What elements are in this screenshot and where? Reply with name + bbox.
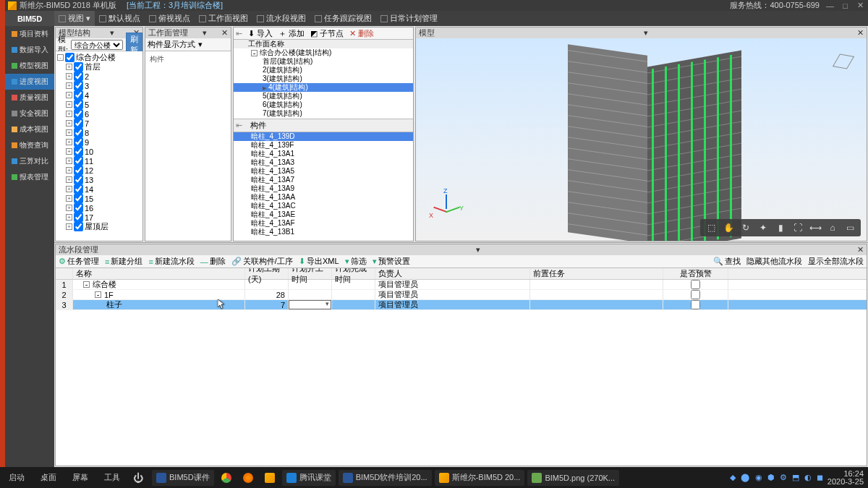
warn-checkbox[interactable] [691, 280, 700, 289]
collapse-icon[interactable]: ⇤ [236, 29, 242, 38]
tree-node[interactable]: +13 [57, 175, 141, 184]
tree-node[interactable]: +10 [57, 147, 141, 156]
viewport-tool-7[interactable]: ⌂ [825, 219, 841, 236]
power-icon[interactable]: ⏻ [133, 472, 143, 484]
pin-icon[interactable]: ▾ [203, 28, 207, 38]
taskbar-clock[interactable]: 16:24 2020-3-25 [827, 470, 864, 486]
col-start[interactable]: 计划开工时间 [289, 268, 332, 279]
tree-node[interactable]: +屋顶层 [57, 222, 141, 231]
tree-node[interactable]: +15 [57, 194, 141, 203]
workface-item[interactable]: 6(建筑|结构) [234, 100, 413, 109]
taskbar-app[interactable]: 腾讯课堂 [282, 470, 336, 486]
workface-item[interactable]: 5(建筑|结构) [234, 92, 413, 100]
menu-0[interactable]: 视图 ▾ [54, 11, 95, 26]
delete-button[interactable]: ✕ 删除 [349, 28, 374, 39]
warn-checkbox[interactable] [691, 290, 700, 299]
tree-node[interactable]: +6 [57, 109, 141, 119]
tray-icons[interactable]: ◆ ⬤ ◉ ⬢ ⚙ ⬒ ◐ ◼ [730, 473, 824, 482]
taskbar-app[interactable]: BIM5D.png (270K... [527, 470, 619, 486]
taskbar-app[interactable] [260, 470, 279, 486]
viewport-tool-1[interactable]: ✋ [720, 219, 736, 236]
col-owner[interactable]: 负责人 [375, 268, 530, 279]
tree-node[interactable]: +11 [57, 156, 141, 166]
component-item[interactable]: 暗柱_4_13B1 [234, 228, 413, 236]
view-cube[interactable] [832, 50, 856, 74]
col-duration[interactable]: 计划工期(天) [245, 268, 289, 279]
viewport-tool-0[interactable]: ⬚ [703, 219, 719, 236]
nav-项目资料[interactable]: 项目资料 [5, 26, 54, 42]
taskbar-app[interactable] [217, 470, 236, 486]
taskbar-menu[interactable]: 桌面 [36, 470, 61, 486]
tree-node[interactable]: +8 [57, 128, 141, 137]
panel-close-icon[interactable]: ✕ [221, 28, 228, 38]
tree-node[interactable]: +14 [57, 184, 141, 194]
taskbar-menu[interactable]: 屏幕 [68, 470, 93, 486]
nav-模型视图[interactable]: 模型视图 [5, 58, 54, 74]
taskbar-app[interactable]: 斯维尔-BIM5D 20... [435, 470, 525, 486]
tree-node[interactable]: +3 [57, 81, 141, 90]
import-button[interactable]: ⬇ 导入 [248, 28, 273, 39]
tree-node[interactable]: +12 [57, 166, 141, 175]
add-button[interactable]: ＋ 添加 [278, 28, 305, 39]
flow-tb-1[interactable]: ≡ 新建分组 [105, 256, 142, 267]
tree-node[interactable]: +4 [57, 90, 141, 100]
model-select[interactable]: 综合办公楼 [71, 40, 123, 50]
taskbar-app[interactable]: BIM5D课件 [152, 470, 214, 486]
child-button[interactable]: ◩ 子节点 [310, 28, 344, 39]
maximize-button[interactable]: □ [841, 1, 850, 10]
flow-tb-6[interactable]: ▾ 筛选 [345, 256, 367, 267]
viewport-tool-2[interactable]: ↻ [738, 219, 754, 236]
tree-node[interactable]: +16 [57, 203, 141, 213]
nav-报表管理[interactable]: 报表管理 [5, 169, 54, 185]
menu-5[interactable]: 任务跟踪视图 [310, 11, 376, 26]
col-warn[interactable]: 是否预警 [663, 268, 728, 279]
menu-6[interactable]: 日常计划管理 [376, 11, 442, 26]
collapse-icon[interactable]: ⇤ [236, 121, 242, 130]
menu-3[interactable]: 工作面视图 [195, 11, 252, 26]
menu-4[interactable]: 流水段视图 [252, 11, 310, 26]
tree-node[interactable]: +7 [57, 119, 141, 128]
close-button[interactable]: ✕ [856, 1, 865, 10]
panel-close-icon[interactable]: ✕ [857, 245, 864, 254]
viewport-tool-5[interactable]: ⛶ [790, 219, 806, 236]
warn-checkbox[interactable] [691, 300, 700, 309]
grid-row[interactable]: 3柱子7项目管理员 [56, 300, 867, 310]
nav-三算对比[interactable]: 三算对比 [5, 153, 54, 169]
flow-tb-4[interactable]: 🔗 关联构件/工序 [231, 256, 293, 267]
grid-row[interactable]: 2-1F28项目管理员 [56, 290, 867, 300]
nav-成本视图[interactable]: 成本视图 [5, 121, 54, 137]
nav-物资查询[interactable]: 物资查询 [5, 137, 54, 153]
taskbar-app[interactable]: BIM5D软件培训20... [339, 470, 432, 486]
start-date-combo[interactable] [289, 300, 331, 309]
dropdown-icon[interactable]: ▾ [198, 40, 203, 49]
nav-数据导入[interactable]: 数据导入 [5, 42, 54, 58]
workface-item[interactable]: 首层(建筑|结构) [234, 57, 413, 66]
taskbar-app[interactable] [239, 470, 258, 486]
menu-1[interactable]: 默认视点 [95, 11, 145, 26]
col-end[interactable]: 计划完成时间 [332, 268, 375, 279]
grid-row[interactable]: 1-综合楼项目管理员 [56, 280, 867, 290]
nav-进度视图[interactable]: 进度视图 [5, 74, 54, 90]
nav-安全视图[interactable]: 安全视图 [5, 106, 54, 121]
pin-icon[interactable]: ▾ [644, 28, 648, 38]
panel-close-icon[interactable]: ✕ [857, 28, 864, 38]
workface-item[interactable]: 2(建筑|结构) [234, 66, 413, 74]
flow-tb-5[interactable]: ⬇ 导出XML [299, 256, 339, 267]
tree-node[interactable]: +5 [57, 100, 141, 109]
workface-item[interactable]: 3(建筑|结构) [234, 74, 413, 83]
viewport-tool-4[interactable]: ▮ [773, 219, 788, 236]
pin-icon[interactable]: ▾ [110, 28, 114, 38]
col-name[interactable]: 名称 [73, 268, 245, 279]
taskbar-menu[interactable]: 启动 [4, 470, 29, 486]
menu-2[interactable]: 俯视视点 [145, 11, 195, 26]
pin-icon[interactable]: ▾ [476, 245, 480, 254]
minimize-button[interactable]: — [825, 1, 835, 10]
workface-item[interactable]: ▸4(建筑|结构) [234, 83, 413, 92]
axis-gizmo[interactable]: Z X Y [430, 194, 464, 228]
viewport-tool-6[interactable]: ⟷ [807, 219, 823, 236]
tree-node[interactable]: +9 [57, 137, 141, 147]
viewport-tool-8[interactable]: ▭ [842, 219, 858, 236]
flow-tb-2[interactable]: ≡ 新建流水段 [148, 256, 194, 267]
flow-tb-7[interactable]: ▾ 预警设置 [373, 256, 410, 267]
taskbar-menu[interactable]: 工具 [100, 470, 124, 486]
